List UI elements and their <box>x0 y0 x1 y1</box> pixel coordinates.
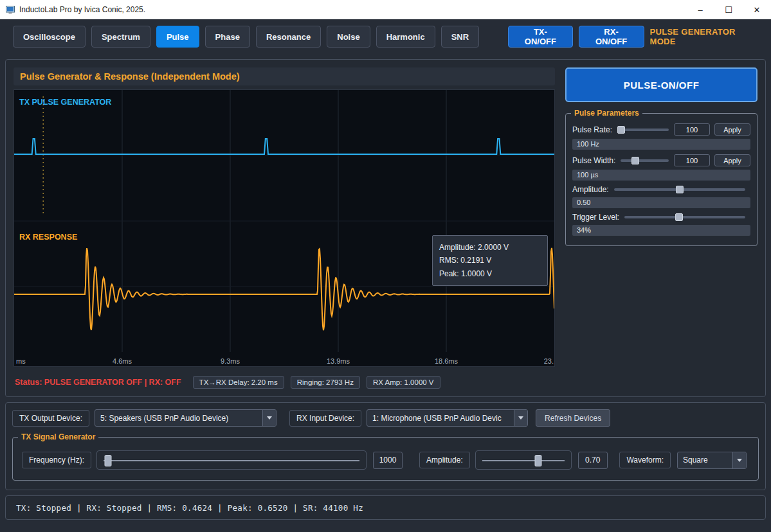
pulse-rate-apply-button[interactable]: Apply <box>714 123 750 136</box>
frequency-input[interactable] <box>373 452 403 469</box>
pulse-amplitude-readout: 0.50 <box>572 197 750 208</box>
trigger-level-readout: 34% <box>572 225 750 236</box>
rx-input-device-label: RX Input Device: <box>289 410 361 427</box>
waveform-value: Square <box>678 456 732 465</box>
tab-resonance[interactable]: Resonance <box>256 26 321 48</box>
statusbar: TX: Stopped | RX: Stopped | RMS: 0.4624 … <box>5 495 766 520</box>
mode-label: PULSE GENERATOR MODE <box>650 27 759 46</box>
x-tick-5: 23. <box>544 357 554 365</box>
pulse-parameters-group: Pulse Parameters Pulse Rate: Apply 100 H… <box>565 113 757 246</box>
slider-handle[interactable] <box>631 157 639 164</box>
trigger-level-label: Trigger Level: <box>572 213 619 222</box>
x-tick-3: 13.9ms <box>327 357 350 365</box>
x-tick-2: 9.3ms <box>221 357 240 365</box>
x-tick-4: 18.6ms <box>435 357 458 365</box>
pulse-rate-row: Pulse Rate: Apply <box>572 123 750 136</box>
rx-input-device-value: 1: Microphone (USB PnP Audio Devic <box>367 414 514 423</box>
slider-handle[interactable] <box>535 455 542 466</box>
tx-signal-generator-group: TX Signal Generator Frequency (Hz): Ampl… <box>12 437 759 481</box>
rx-trace-label: RX RESPONSE <box>19 233 77 242</box>
chart-column: Pulse Generator & Response (Independent … <box>14 67 555 389</box>
pulse-width-row: Pulse Width: Apply <box>572 154 750 166</box>
chevron-down-icon <box>732 452 746 468</box>
statusbar-text: TX: Stopped | RX: Stopped | RMS: 0.4624 … <box>16 503 363 513</box>
tx-onoff-button[interactable]: TX-ON/OFF <box>508 26 573 48</box>
app-icon <box>6 5 15 14</box>
frequency-slider[interactable] <box>96 450 367 470</box>
pulse-width-label: Pulse Width: <box>572 156 615 165</box>
slider-track <box>624 216 745 218</box>
device-row: TX Output Device: 5: Speakers (USB PnP A… <box>12 409 759 427</box>
pulse-amplitude-row: Amplitude: <box>572 185 750 194</box>
rx-amp-badge: RX Amp: 1.0000 V <box>367 376 440 389</box>
tab-harmonic[interactable]: Harmonic <box>376 26 435 48</box>
maximize-button[interactable]: ☐ <box>714 0 743 19</box>
measurement-tooltip: Amplitude: 2.0000 V RMS: 0.2191 V Peak: … <box>432 235 548 286</box>
tooltip-rms: RMS: 0.2191 V <box>439 254 541 267</box>
waveform-label: Waveform: <box>619 452 671 468</box>
pulse-rate-readout: 100 Hz <box>572 139 750 150</box>
app-window: InductoLab Pro by Ivica Conic, 2025. – ☐… <box>0 0 771 520</box>
rx-onoff-button[interactable]: RX-ON/OFF <box>579 26 644 48</box>
gen-amplitude-slider[interactable] <box>475 450 572 470</box>
tab-noise[interactable]: Noise <box>327 26 370 48</box>
tab-pulse[interactable]: Pulse <box>156 26 199 48</box>
pulse-width-readout: 100 µs <box>572 170 750 181</box>
minimize-button[interactable]: – <box>686 0 714 19</box>
window-controls: – ☐ ✕ <box>686 0 771 19</box>
chevron-down-icon <box>514 410 527 426</box>
refresh-devices-button[interactable]: Refresh Devices <box>536 409 610 427</box>
ringing-badge: Ringing: 2793 Hz <box>291 376 360 389</box>
rx-input-device-select[interactable]: 1: Microphone (USB PnP Audio Devic <box>367 409 528 427</box>
tx-output-device-value: 5: Speakers (USB PnP Audio Device) <box>95 414 262 423</box>
waveform-plot[interactable] <box>14 90 554 352</box>
tooltip-amplitude: Amplitude: 2.0000 V <box>439 241 541 254</box>
x-axis: ms 4.6ms 9.3ms 13.9ms 18.6ms 23. <box>14 355 554 365</box>
pulse-controls-column: PULSE-ON/OFF Pulse Parameters Pulse Rate… <box>565 67 757 389</box>
slider-handle[interactable] <box>104 455 111 466</box>
tab-oscilloscope[interactable]: Oscilloscope <box>13 26 86 48</box>
pulse-width-slider[interactable] <box>621 156 669 165</box>
frequency-label: Frequency (Hz): <box>22 452 91 468</box>
toolbar: Oscilloscope Spectrum Pulse Phase Resona… <box>0 19 771 54</box>
slider-track <box>104 460 359 461</box>
pulse-rate-input[interactable] <box>674 123 710 136</box>
gen-amplitude-input[interactable] <box>578 452 608 469</box>
trigger-level-slider[interactable] <box>624 213 745 222</box>
delay-badge: TX→RX Delay: 2.20 ms <box>193 376 284 389</box>
slider-track <box>617 129 669 131</box>
slider-handle[interactable] <box>676 186 684 193</box>
pulse-rate-label: Pulse Rate: <box>572 125 612 134</box>
titlebar: InductoLab Pro by Ivica Conic, 2025. – ☐… <box>0 0 771 19</box>
slider-track <box>621 159 669 162</box>
chart-title: Pulse Generator & Response (Independent … <box>14 67 555 85</box>
pulse-amplitude-label: Amplitude: <box>572 185 609 194</box>
pulse-width-apply-button[interactable]: Apply <box>714 154 750 166</box>
pulse-rate-slider[interactable] <box>617 125 669 134</box>
slider-handle[interactable] <box>617 126 625 134</box>
tab-spectrum[interactable]: Spectrum <box>91 26 150 48</box>
pulse-onoff-button[interactable]: PULSE-ON/OFF <box>565 67 757 102</box>
window-title: InductoLab Pro by Ivica Conic, 2025. <box>19 5 145 14</box>
close-button[interactable]: ✕ <box>743 0 771 19</box>
pulse-amplitude-slider[interactable] <box>614 185 745 194</box>
pulse-chart[interactable]: TX PULSE GENERATOR RX RESPONSE Amplitude… <box>14 89 555 367</box>
tx-output-device-label: TX Output Device: <box>12 410 89 427</box>
x-tick-1: 4.6ms <box>113 357 132 365</box>
pulse-status-text: Status: PULSE GENERATOR OFF | RX: OFF <box>15 378 181 387</box>
tab-snr[interactable]: SNR <box>441 26 479 48</box>
pulse-width-input[interactable] <box>674 154 710 166</box>
tab-phase[interactable]: Phase <box>205 26 250 48</box>
status-row: Status: PULSE GENERATOR OFF | RX: OFF TX… <box>14 376 555 389</box>
gen-amplitude-label: Amplitude: <box>419 452 470 468</box>
device-panel: TX Output Device: 5: Speakers (USB PnP A… <box>5 402 766 490</box>
pulse-panel: Pulse Generator & Response (Independent … <box>5 59 766 397</box>
x-tick-0: ms <box>16 357 26 365</box>
tx-signal-generator-title: TX Signal Generator <box>18 432 98 441</box>
slider-handle[interactable] <box>675 213 683 221</box>
waveform-select[interactable]: Square <box>677 452 747 469</box>
tx-output-device-select[interactable]: 5: Speakers (USB PnP Audio Device) <box>95 409 277 427</box>
tooltip-peak: Peak: 1.0000 V <box>439 267 541 280</box>
pulse-parameters-title: Pulse Parameters <box>571 109 642 118</box>
trigger-level-row: Trigger Level: <box>572 213 750 222</box>
